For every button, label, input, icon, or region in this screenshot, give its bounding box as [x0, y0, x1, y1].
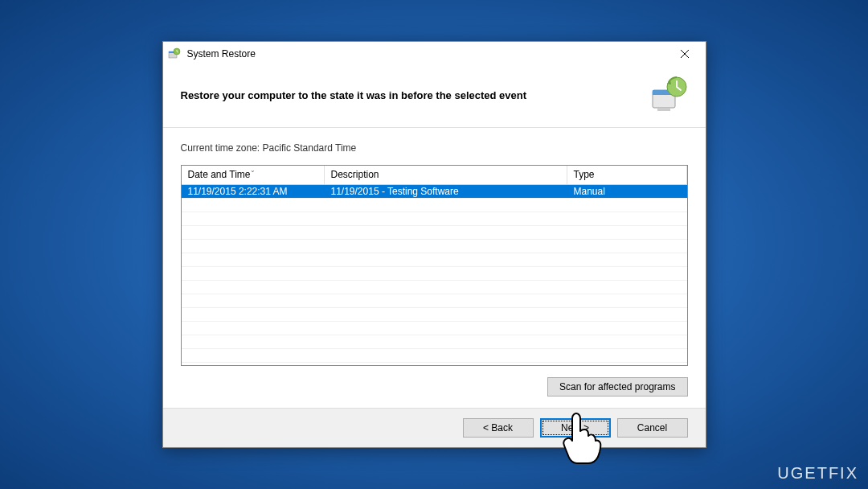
table-row[interactable] [182, 294, 687, 308]
system-restore-icon [168, 47, 181, 60]
table-row[interactable] [182, 281, 687, 294]
wizard-footer: < Back Next > Cancel [163, 408, 706, 447]
column-type-label: Type [574, 169, 595, 180]
table-row[interactable] [182, 253, 687, 267]
grid-body: 11/19/2015 2:22:31 AM 11/19/2015 - Testi… [182, 185, 687, 363]
titlebar: System Restore [163, 42, 706, 66]
column-desc-label: Description [331, 169, 379, 180]
cell-type: Manual [567, 185, 687, 198]
table-row[interactable] [182, 335, 687, 349]
table-row[interactable] [182, 322, 687, 335]
restore-large-icon [649, 76, 688, 114]
table-row[interactable] [182, 240, 687, 253]
table-row[interactable] [182, 212, 687, 226]
svg-rect-7 [657, 108, 670, 111]
page-title: Restore your computer to the state it wa… [181, 89, 649, 101]
watermark: UGETFIX [777, 464, 858, 483]
next-button[interactable]: Next > [540, 418, 611, 438]
scan-row: Scan for affected programs [181, 377, 688, 397]
scan-affected-button[interactable]: Scan for affected programs [547, 377, 688, 397]
grid-header: ⌄ Date and Time Description Type [182, 166, 687, 185]
cancel-button[interactable]: Cancel [617, 418, 688, 438]
cell-description: 11/19/2015 - Testing Software [325, 185, 567, 198]
table-row[interactable] [182, 308, 687, 322]
dialog-header: Restore your computer to the state it wa… [163, 66, 706, 127]
close-button[interactable] [669, 43, 701, 64]
table-row[interactable] [182, 199, 687, 212]
timezone-label: Current time zone: Pacific Standard Time [181, 142, 688, 154]
column-header-description[interactable]: Description [325, 166, 567, 184]
system-restore-dialog: System Restore Restore your computer to … [162, 41, 706, 448]
column-date-label: Date and Time [188, 169, 251, 180]
table-row[interactable]: 11/19/2015 2:22:31 AM 11/19/2015 - Testi… [182, 185, 687, 199]
restore-points-grid: ⌄ Date and Time Description Type 11/19/2… [181, 165, 688, 366]
sort-desc-icon: ⌄ [250, 166, 256, 174]
dialog-content: Current time zone: Pacific Standard Time… [163, 128, 706, 408]
column-header-type[interactable]: Type [567, 166, 687, 184]
back-button[interactable]: < Back [463, 418, 534, 438]
table-row[interactable] [182, 349, 687, 363]
cell-date: 11/19/2015 2:22:31 AM [182, 185, 325, 198]
window-title: System Restore [187, 48, 256, 60]
column-header-date[interactable]: ⌄ Date and Time [182, 166, 325, 184]
table-row[interactable] [182, 267, 687, 281]
table-row[interactable] [182, 226, 687, 240]
